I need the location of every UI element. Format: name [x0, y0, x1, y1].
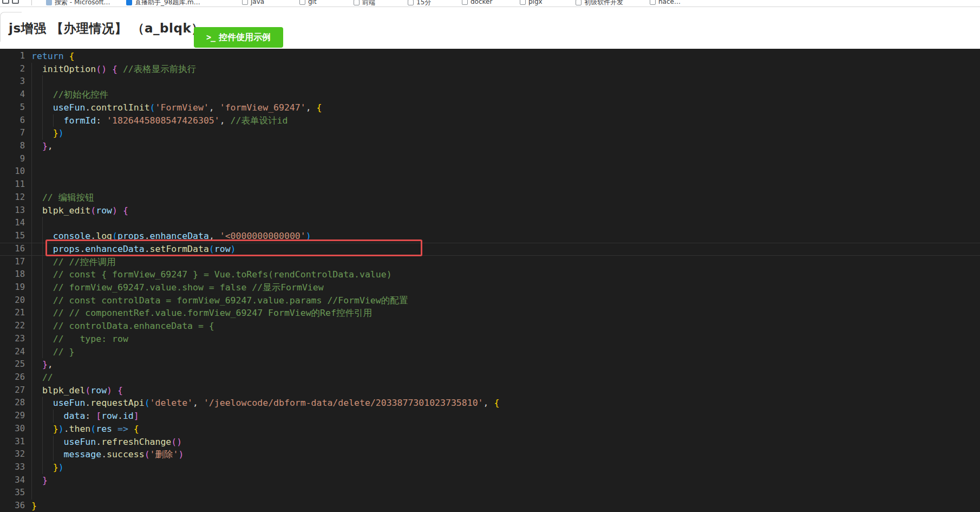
browser-bookmarks-bar: 搜索 - Microsoft…直播助手_98题库.m…javagit前端15分d…: [0, 0, 980, 7]
code-line[interactable]: 4 //初始化控件: [0, 88, 980, 101]
line-number: 30: [0, 423, 25, 436]
code-line[interactable]: 5 useFun.controlInit('FormView', 'formVi…: [0, 101, 980, 114]
indent-guide: [31, 346, 32, 359]
bookmark-label: 前端: [362, 0, 375, 6]
code-line[interactable]: 14: [0, 217, 980, 230]
code-line[interactable]: 12 // 编辑按钮: [0, 191, 980, 204]
indent-guide: [31, 371, 32, 384]
indent-guide: [31, 423, 32, 436]
code-line[interactable]: 30 }).then(res => {: [0, 423, 980, 436]
indent-guide: [42, 243, 43, 256]
code-text: props.enhanceData.setFormData(row): [31, 244, 236, 254]
bookmark-item[interactable]: java: [242, 0, 264, 7]
app-icon: [126, 0, 132, 5]
indent-guide: [42, 346, 43, 359]
indent-guide: [53, 410, 54, 423]
indent-guide: [42, 268, 43, 281]
bookmark-item[interactable]: pigx: [520, 0, 543, 7]
code-line[interactable]: 19 // formView_69247.value.show = false …: [0, 281, 980, 294]
code-line[interactable]: 26 //: [0, 371, 980, 384]
code-text: // formView_69247.value.show = false //显…: [31, 282, 324, 293]
code-text: },: [31, 141, 53, 151]
code-line[interactable]: 25 },: [0, 358, 980, 371]
code-line[interactable]: 22 // controlData.enhanceData = {: [0, 320, 980, 333]
code-line[interactable]: 21 // // componentRef.value.formView_692…: [0, 307, 980, 320]
bookmark-item[interactable]: 前端: [354, 0, 375, 7]
indent-guide: [42, 461, 43, 474]
bookmark-item[interactable]: 直播助手_98题库.m…: [126, 0, 200, 7]
code-line[interactable]: 24 // }: [0, 346, 980, 359]
line-number: 15: [0, 230, 25, 243]
indent-guide: [42, 217, 43, 230]
code-line[interactable]: 1return {: [0, 50, 980, 63]
indent-guide: [42, 114, 43, 127]
code-line[interactable]: 23 // type: row: [0, 333, 980, 346]
line-number: 26: [0, 371, 25, 384]
code-line[interactable]: 6 formId: '1826445808547426305', //表单设计i…: [0, 114, 980, 127]
line-number: 7: [0, 127, 25, 140]
bookmark-item[interactable]: hace…: [650, 0, 681, 7]
line-number: 32: [0, 448, 25, 461]
code-line[interactable]: 9: [0, 153, 980, 166]
code-line[interactable]: 35: [0, 487, 980, 500]
code-text: console.log(props.enhanceData, '<0000000…: [31, 231, 311, 241]
code-text: blpk_edit(row) {: [31, 205, 128, 216]
indent-guide: [31, 63, 32, 76]
indent-guide: [42, 320, 43, 333]
indent-guide: [31, 320, 32, 333]
folder-icon: [650, 0, 656, 5]
code-line[interactable]: 8 },: [0, 140, 980, 153]
js-code-editor[interactable]: 1return {2 initOption() { //表格显示前执行34 //…: [0, 49, 980, 512]
code-text: return {: [31, 51, 74, 61]
indent-guide: [31, 307, 32, 320]
indent-guide: [31, 358, 32, 371]
code-text: initOption() { //表格显示前执行: [31, 64, 196, 74]
code-line[interactable]: 17 // //控件调用: [0, 256, 980, 269]
indent-guide: [31, 384, 32, 397]
code-line[interactable]: 31 useFun.refreshChange(): [0, 436, 980, 449]
indent-guide: [53, 448, 54, 461]
code-line[interactable]: 11: [0, 178, 980, 191]
indent-guide: [31, 127, 32, 140]
indent-guide: [31, 204, 32, 217]
code-line[interactable]: 29 data: [row.id]: [0, 410, 980, 423]
code-line[interactable]: 34 }: [0, 474, 980, 487]
indent-guide: [42, 294, 43, 307]
code-line[interactable]: 15 console.log(props.enhanceData, '<0000…: [0, 230, 980, 243]
code-text: }): [31, 462, 64, 472]
tab-groups-icon[interactable]: [2, 0, 21, 5]
code-line[interactable]: 2 initOption() { //表格显示前执行: [0, 63, 980, 76]
line-number: 3: [0, 75, 25, 88]
code-line[interactable]: 33 }): [0, 461, 980, 474]
code-line[interactable]: 13 blpk_edit(row) {: [0, 204, 980, 217]
code-line[interactable]: 3: [0, 75, 980, 88]
code-line[interactable]: 20 // const controlData = formView_69247…: [0, 294, 980, 307]
code-line[interactable]: 10: [0, 165, 980, 178]
indent-guide: [31, 410, 32, 423]
indent-guide: [31, 75, 32, 88]
code-line[interactable]: 16 props.enhanceData.setFormData(row): [0, 243, 980, 256]
bookmark-item[interactable]: git: [299, 0, 317, 7]
indent-guide: [42, 333, 43, 346]
indent-guide: [31, 474, 32, 487]
line-number: 23: [0, 333, 25, 346]
code-line[interactable]: 7 }): [0, 127, 980, 140]
bookmark-item[interactable]: 搜索 - Microsoft…: [46, 0, 110, 7]
bookmark-item[interactable]: 初级软件开发: [576, 0, 623, 7]
code-line[interactable]: 27 blpk_del(row) {: [0, 384, 980, 397]
indent-guide: [31, 256, 32, 269]
control-usage-example-button[interactable]: >_ 控件使用示例: [194, 27, 283, 48]
code-line[interactable]: 28 useFun.requestApi('delete', '/jeelowc…: [0, 397, 980, 410]
code-text: }): [31, 128, 64, 138]
code-line[interactable]: 18 // const { formView_69247 } = Vue.toR…: [0, 268, 980, 281]
bookmark-item[interactable]: docker: [462, 0, 492, 7]
code-text: // type: row: [31, 334, 128, 344]
line-number: 36: [0, 500, 25, 512]
indent-guide: [53, 436, 54, 449]
folder-icon: [354, 0, 360, 5]
folder-icon: [520, 0, 526, 5]
bookmark-item[interactable]: 15分: [408, 0, 431, 7]
code-line[interactable]: 36}: [0, 500, 980, 512]
code-line[interactable]: 32 message.success('删除'): [0, 448, 980, 461]
folder-icon: [462, 0, 468, 5]
